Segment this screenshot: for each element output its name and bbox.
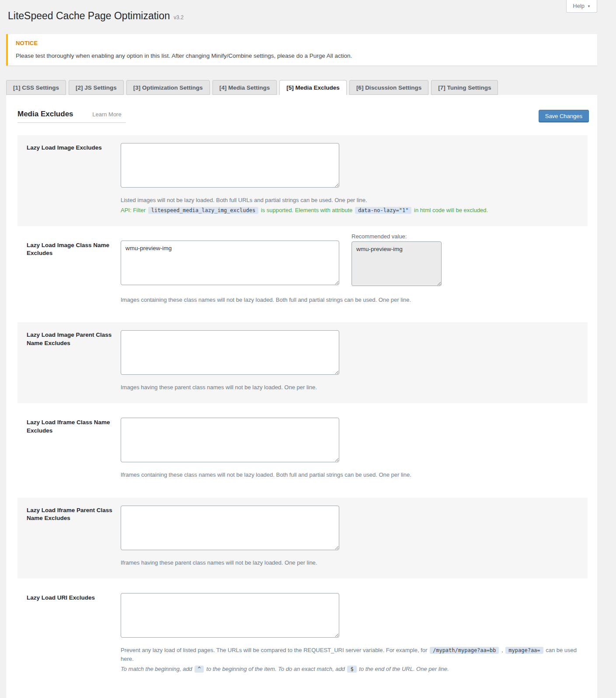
help-button[interactable]: Help▼: [566, 0, 597, 13]
setting-descriptions: Listed images will not be lazy loaded. B…: [121, 196, 579, 215]
settings-rows: Lazy Load Image Excludes Listed images w…: [17, 135, 589, 685]
desc-text: Iframes having these parent class names …: [121, 559, 317, 566]
desc-text: API: Filter: [121, 207, 147, 213]
setting-description: Listed images will not be lazy loaded. B…: [121, 196, 579, 205]
lazy-load-image-parent-class-name-excludes-textarea[interactable]: [121, 330, 339, 375]
inline-code: /mypath/mypage?aa=bb: [430, 647, 499, 654]
inline-code: data-no-lazy="1": [355, 207, 412, 214]
tabs: [1] CSS Settings[2] JS Settings[3] Optim…: [6, 80, 597, 95]
version-label: v3.2: [174, 14, 184, 21]
inline-code: ^: [195, 666, 204, 673]
settings-panel: Media Excludes Learn More Save Changes L…: [6, 95, 597, 698]
setting-description: API: Filter litespeed_media_lazy_img_exc…: [121, 206, 579, 215]
inline-code: litespeed_media_lazy_img_excludes: [148, 207, 258, 214]
tab-7[interactable]: [7] Tuning Settings: [431, 80, 498, 95]
heading-divider: [17, 122, 126, 123]
tab-4[interactable]: [4] Media Settings: [212, 80, 277, 95]
notice-title: NOTICE: [16, 40, 591, 46]
tab-3[interactable]: [3] Optimization Settings: [126, 80, 210, 95]
setting-row-lazy-load-iframe-parent-class-name-excludes: Lazy Load Iframe Parent Class Name Exclu…: [17, 498, 588, 579]
setting-description: Prevent any lazy load of listed pages. T…: [121, 646, 579, 663]
setting-description: Iframes having these parent class names …: [121, 558, 579, 567]
panel-title: Media Excludes: [17, 110, 73, 118]
help-label: Help: [573, 3, 585, 9]
setting-label: Lazy Load URI Excludes: [27, 593, 121, 674]
learn-more-link[interactable]: Learn More: [92, 111, 121, 118]
desc-text: ,: [500, 647, 505, 653]
tab-2[interactable]: [2] JS Settings: [69, 80, 124, 95]
setting-descriptions: Prevent any lazy load of listed pages. T…: [121, 646, 579, 674]
desc-text: Images having these parent class names w…: [121, 384, 317, 391]
setting-description: Images containing these class names will…: [121, 296, 579, 304]
setting-label: Lazy Load Iframe Parent Class Name Exclu…: [27, 506, 121, 567]
setting-field-line: [121, 330, 579, 375]
setting-row-lazy-load-image-class-name-excludes: Lazy Load Image Class Name Excludes wmu-…: [17, 233, 588, 316]
inline-code: $: [347, 666, 356, 673]
desc-text: to the end of the URL. One per line.: [358, 666, 449, 672]
desc-text: To match the beginning, add: [121, 666, 194, 672]
lazy-load-image-excludes-textarea[interactable]: [121, 143, 339, 188]
setting-description: Images having these parent class names w…: [121, 383, 579, 392]
setting-row-lazy-load-image-excludes: Lazy Load Image Excludes Listed images w…: [17, 135, 588, 226]
save-changes-button-top[interactable]: Save Changes: [539, 110, 589, 122]
setting-descriptions: Iframes having these parent class names …: [121, 558, 579, 567]
setting-row-lazy-load-iframe-class-name-excludes: Lazy Load Iframe Class Name Excludes Ifr…: [17, 410, 588, 491]
desc-text: Listed images will not be lazy loaded. B…: [121, 197, 367, 203]
setting-description: Iframes containing these class names wil…: [121, 471, 579, 479]
setting-descriptions: Images having these parent class names w…: [121, 383, 579, 392]
setting-row-lazy-load-image-parent-class-name-excludes: Lazy Load Image Parent Class Name Exclud…: [17, 322, 588, 403]
desc-text: Iframes containing these class names wil…: [121, 471, 411, 478]
desc-text: is supported. Elements with attribute: [259, 207, 354, 213]
recommended-value-label: Recommended value:: [352, 233, 442, 240]
setting-descriptions: Images containing these class names will…: [121, 296, 579, 304]
desc-text: Images containing these class names will…: [121, 297, 411, 303]
setting-content: Iframes having these parent class names …: [121, 506, 579, 567]
setting-field-line: wmu-preview-img Recommended value: wmu-p…: [121, 241, 579, 287]
setting-field-line: [121, 593, 579, 638]
panel-heading-group: Media Excludes Learn More: [17, 110, 126, 123]
recommended-value-block: Recommended value: wmu-preview-img: [352, 233, 442, 287]
page: Help▼ LiteSpeed Cache Page Optimization …: [0, 0, 616, 698]
tab-5[interactable]: [5] Media Excludes: [279, 80, 347, 95]
setting-content: Iframes containing these class names wil…: [121, 418, 579, 479]
tab-6[interactable]: [6] Discussion Settings: [349, 80, 428, 95]
lazy-load-iframe-class-name-excludes-textarea[interactable]: [121, 418, 339, 462]
setting-label: Lazy Load Image Parent Class Name Exclud…: [27, 330, 121, 392]
desc-text: in html code will be excluded.: [412, 207, 488, 213]
setting-field-line: [121, 506, 579, 550]
setting-field-line: [121, 143, 579, 188]
inline-code: mypage?aa=: [505, 647, 543, 654]
notice-body: Please test thoroughly when enabling any…: [16, 52, 591, 59]
setting-field-line: [121, 418, 579, 462]
page-title-text: LiteSpeed Cache Page Optimization: [8, 10, 170, 21]
lazy-load-iframe-parent-class-name-excludes-textarea[interactable]: [121, 506, 339, 550]
setting-content: Prevent any lazy load of listed pages. T…: [121, 593, 579, 674]
notice-banner: NOTICE Please test thoroughly when enabl…: [6, 34, 597, 66]
recommended-value-box[interactable]: wmu-preview-img: [352, 241, 442, 286]
setting-row-lazy-load-uri-excludes: Lazy Load URI Excludes Prevent any lazy …: [17, 585, 588, 685]
setting-content: wmu-preview-img Recommended value: wmu-p…: [121, 241, 579, 304]
setting-content: Listed images will not be lazy loaded. B…: [121, 143, 579, 215]
setting-description: To match the beginning, add ^ to the beg…: [121, 665, 579, 674]
chevron-down-icon: ▼: [587, 4, 591, 8]
lazy-load-image-class-name-excludes-textarea[interactable]: wmu-preview-img: [121, 241, 339, 285]
setting-content: Images having these parent class names w…: [121, 330, 579, 392]
lazy-load-uri-excludes-textarea[interactable]: [121, 593, 339, 638]
desc-text: to the beginning of the item. To do an e…: [205, 666, 346, 672]
setting-descriptions: Iframes containing these class names wil…: [121, 471, 579, 479]
setting-label: Lazy Load Image Class Name Excludes: [27, 241, 121, 304]
desc-text: Prevent any lazy load of listed pages. T…: [121, 647, 429, 653]
page-title: LiteSpeed Cache Page Optimization v3.2: [6, 8, 597, 23]
tab-1[interactable]: [1] CSS Settings: [6, 80, 66, 95]
panel-header: Media Excludes Learn More Save Changes: [17, 110, 589, 123]
setting-label: Lazy Load Image Excludes: [27, 143, 121, 215]
setting-label: Lazy Load Iframe Class Name Excludes: [27, 418, 121, 479]
